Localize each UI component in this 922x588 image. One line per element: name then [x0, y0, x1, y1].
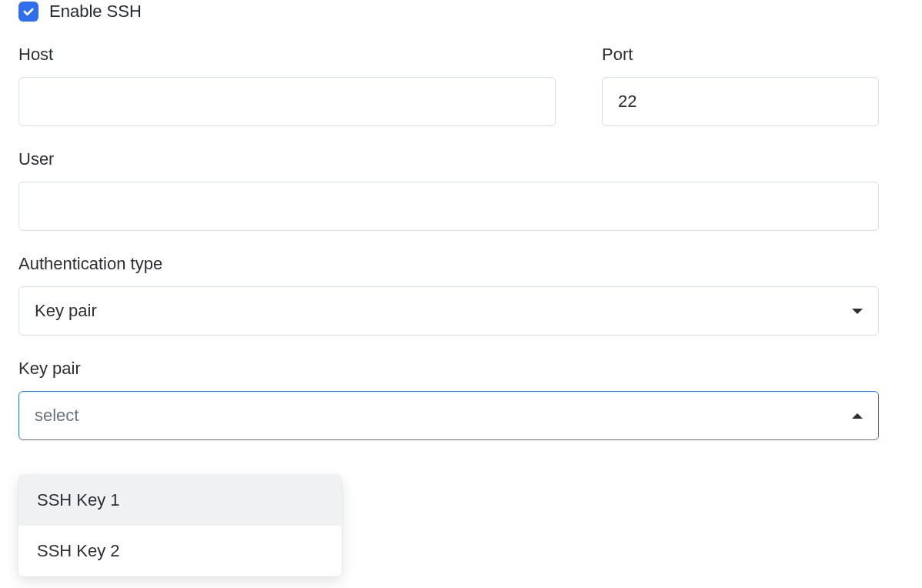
key-pair-placeholder: select	[35, 406, 79, 426]
user-input[interactable]	[18, 182, 879, 231]
key-pair-label: Key pair	[18, 359, 879, 379]
auth-type-label: Authentication type	[18, 254, 879, 274]
chevron-down-icon	[852, 309, 863, 314]
port-label: Port	[602, 45, 879, 65]
chevron-up-icon	[852, 413, 863, 419]
enable-ssh-row: Enable SSH	[18, 2, 904, 22]
host-field: Host	[18, 45, 556, 126]
auth-type-field: Authentication type Key pair	[18, 254, 879, 336]
auth-type-select[interactable]: Key pair	[18, 286, 879, 336]
enable-ssh-label: Enable SSH	[49, 2, 142, 22]
auth-type-selected-value: Key pair	[35, 301, 97, 321]
port-input[interactable]	[602, 77, 879, 126]
user-field: User	[18, 149, 879, 231]
key-pair-option[interactable]: SSH Key 2	[18, 526, 342, 576]
key-pair-dropdown: SSH Key 1 SSH Key 2	[18, 475, 342, 576]
host-label: Host	[18, 45, 556, 65]
key-pair-option[interactable]: SSH Key 1	[18, 475, 342, 526]
enable-ssh-checkbox[interactable]	[18, 2, 38, 22]
user-label: User	[18, 149, 879, 169]
host-input[interactable]	[18, 77, 556, 126]
check-icon	[22, 5, 35, 18]
port-field: Port	[602, 45, 879, 126]
key-pair-field: Key pair select	[18, 359, 879, 440]
key-pair-select[interactable]: select	[18, 391, 879, 440]
